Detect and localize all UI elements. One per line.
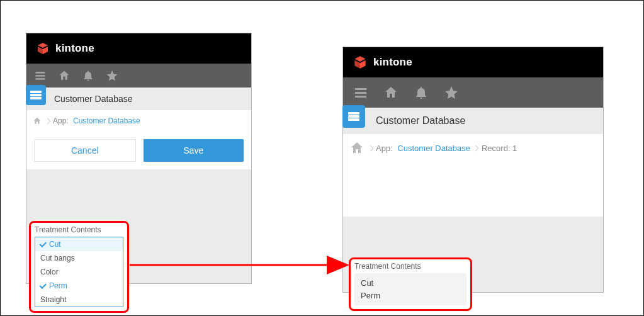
option[interactable]: Cut bangs — [35, 251, 123, 265]
value-item: Perm — [361, 290, 460, 302]
option[interactable]: Color — [35, 265, 123, 279]
bell-icon[interactable] — [82, 69, 94, 82]
option[interactable]: Straight — [35, 293, 123, 307]
check-icon — [40, 241, 47, 247]
breadcrumb-home-icon[interactable] — [349, 140, 364, 155]
option-label: Cut — [49, 240, 61, 249]
content-area — [343, 162, 603, 217]
menu-icon[interactable] — [353, 85, 368, 100]
brand-bar: kintone — [343, 47, 603, 77]
nav-bar — [26, 64, 251, 87]
option-label: Color — [40, 268, 59, 276]
title-row: Customer Database — [343, 108, 603, 134]
outer-frame: kintone Customer Database — [0, 0, 644, 316]
kintone-logo-icon — [35, 41, 50, 56]
svg-rect-3 — [36, 72, 45, 74]
svg-marker-1 — [38, 47, 43, 54]
svg-rect-9 — [355, 88, 366, 90]
menu-icon[interactable] — [34, 69, 47, 82]
chevron-right-icon — [44, 115, 50, 127]
page-title: Customer Database — [54, 94, 133, 104]
app-list-icon[interactable] — [342, 105, 365, 128]
title-row: Customer Database — [26, 87, 251, 110]
kintone-logo-icon — [352, 54, 368, 71]
field-label: Treatment Contents — [354, 262, 466, 271]
multi-select[interactable]: CutCut bangsColorPermStraight — [35, 237, 123, 307]
breadcrumb-app-link[interactable]: Customer Database — [397, 144, 470, 153]
svg-marker-2 — [43, 47, 48, 54]
treatment-contents-edit: Treatment Contents CutCut bangsColorPerm… — [29, 221, 129, 313]
option-label: Cut bangs — [40, 254, 75, 262]
breadcrumb-app-label: App: — [53, 116, 71, 125]
breadcrumb-app-link[interactable]: Customer Database — [73, 116, 140, 125]
save-button[interactable]: Save — [144, 139, 244, 162]
app-list-icon[interactable] — [26, 85, 46, 105]
value-item: Cut — [361, 277, 460, 290]
chevron-right-icon — [473, 142, 479, 154]
home-icon[interactable] — [58, 69, 71, 82]
star-icon[interactable] — [444, 85, 459, 100]
field-value: CutPerm — [354, 273, 466, 305]
option-label: Straight — [40, 295, 66, 304]
field-label: Treatment Contents — [35, 225, 123, 234]
brand-text: kintone — [373, 56, 412, 69]
option-label: Perm — [49, 281, 67, 290]
chevron-right-icon — [367, 142, 373, 154]
svg-marker-0 — [38, 43, 48, 48]
option[interactable]: Cut — [35, 237, 123, 251]
breadcrumb-app-label: App: — [376, 144, 395, 153]
button-row: Cancel Save — [26, 132, 251, 169]
brand-text: kintone — [55, 42, 94, 55]
svg-rect-11 — [355, 96, 366, 98]
svg-rect-10 — [355, 92, 366, 94]
cancel-button[interactable]: Cancel — [34, 139, 136, 162]
bell-icon[interactable] — [414, 85, 429, 100]
treatment-contents-view: Treatment Contents CutPerm — [349, 257, 472, 311]
star-icon[interactable] — [106, 69, 118, 82]
brand-bar: kintone — [26, 33, 251, 64]
svg-marker-7 — [354, 60, 360, 69]
option[interactable]: Perm — [35, 279, 123, 293]
device-right: kintone Customer Database — [342, 47, 604, 293]
page-title: Customer Database — [376, 115, 465, 127]
home-icon[interactable] — [383, 85, 398, 100]
svg-marker-8 — [360, 60, 366, 69]
breadcrumb-home-icon[interactable] — [33, 116, 42, 125]
nav-bar — [343, 77, 603, 108]
breadcrumb: App: Customer Database Record: 1 — [343, 134, 603, 162]
svg-rect-4 — [36, 75, 45, 77]
breadcrumb-record: Record: 1 — [482, 144, 517, 153]
svg-rect-5 — [36, 78, 45, 80]
breadcrumb: App: Customer Database — [26, 110, 251, 132]
check-icon — [40, 283, 47, 289]
svg-marker-6 — [354, 56, 365, 62]
